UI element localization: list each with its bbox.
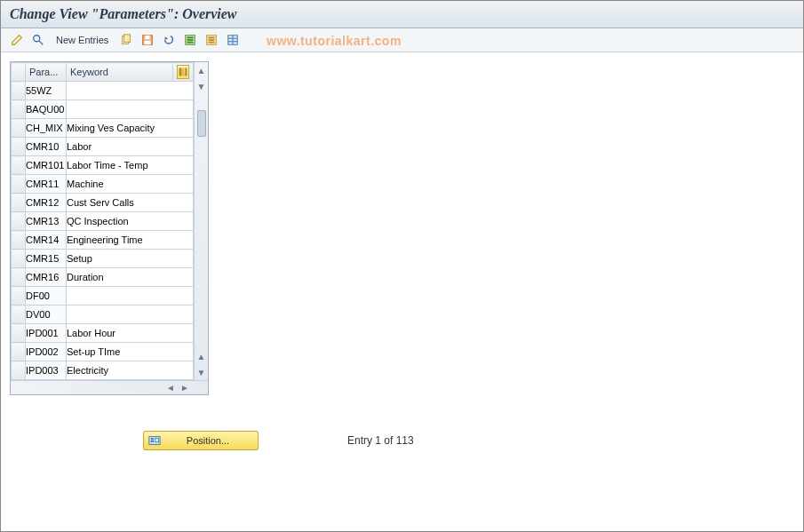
svg-line-1 [39, 41, 43, 44]
table-settings-icon[interactable] [224, 31, 242, 49]
table-row[interactable]: IPD001Labor Hour [12, 324, 194, 343]
scroll-down-step-icon[interactable]: ▼ [197, 78, 206, 94]
scroll-up-icon[interactable]: ▲ [197, 62, 206, 78]
cell-para[interactable]: IPD001 [26, 324, 67, 343]
row-selector[interactable] [12, 250, 26, 268]
scroll-right-icon[interactable]: ► [178, 383, 192, 393]
table-row[interactable]: IPD003Electricity [12, 361, 194, 380]
cell-para[interactable]: DV00 [26, 306, 67, 324]
row-selector[interactable] [12, 287, 26, 306]
cell-keyword[interactable]: Cust Serv Calls [67, 194, 194, 212]
select-all-icon[interactable] [181, 31, 199, 49]
column-header-keyword[interactable]: Keyword [67, 63, 173, 82]
cell-keyword[interactable]: Labor [67, 138, 194, 156]
row-selector[interactable] [12, 268, 26, 287]
scrollbar-thumb[interactable] [197, 110, 206, 137]
row-selector-header[interactable] [12, 63, 26, 82]
row-selector[interactable] [12, 306, 26, 324]
grid-table[interactable]: Para... Keyword 55WZBAQU00CH_MIXMixing V… [11, 62, 194, 380]
svg-rect-6 [145, 41, 151, 44]
toggle-display-change-icon[interactable] [8, 31, 26, 49]
scroll-left-icon[interactable]: ◄ [163, 383, 178, 393]
table-row[interactable]: DF00 [12, 287, 194, 306]
copy-icon[interactable] [117, 31, 135, 49]
svg-rect-22 [185, 68, 187, 76]
row-selector[interactable] [12, 324, 26, 343]
cell-para[interactable]: CMR14 [26, 231, 67, 250]
cell-keyword[interactable] [67, 82, 194, 100]
cell-para[interactable]: CMR11 [26, 175, 67, 194]
undo-icon[interactable] [160, 31, 178, 49]
cell-para[interactable]: DF00 [26, 287, 67, 306]
svg-rect-26 [155, 438, 159, 441]
cell-para[interactable]: IPD003 [26, 361, 67, 380]
cell-keyword[interactable] [67, 306, 194, 324]
table-row[interactable]: CMR16Duration [12, 268, 194, 287]
cell-para[interactable]: CH_MIX [26, 119, 67, 138]
row-selector[interactable] [12, 343, 26, 361]
row-selector[interactable] [12, 361, 26, 380]
svg-rect-25 [151, 441, 155, 442]
cell-keyword[interactable]: Setup [67, 250, 194, 268]
cell-keyword[interactable]: Mixing Ves Capacity [67, 119, 194, 138]
find-icon[interactable] [29, 31, 47, 49]
cell-keyword[interactable]: Set-up TIme [67, 343, 194, 361]
cell-para[interactable]: IPD002 [26, 343, 67, 361]
column-config-header[interactable] [173, 63, 194, 82]
table-row[interactable]: 55WZ [12, 82, 194, 100]
cell-keyword[interactable] [67, 287, 194, 306]
cell-keyword[interactable]: Labor Time - Temp [67, 156, 194, 175]
cell-keyword[interactable]: Engineering Time [67, 231, 194, 250]
cell-keyword[interactable]: QC Inspection [67, 212, 194, 231]
cell-para[interactable]: CMR16 [26, 268, 67, 287]
table-row[interactable]: BAQU00 [12, 100, 194, 119]
cell-para[interactable]: 55WZ [26, 82, 67, 100]
position-button[interactable]: Position... [143, 431, 259, 450]
cell-keyword[interactable]: Labor Hour [67, 324, 194, 343]
row-selector[interactable] [12, 175, 26, 194]
configure-columns-icon[interactable] [177, 65, 189, 79]
table-row[interactable]: CMR14Engineering Time [12, 231, 194, 250]
svg-rect-9 [187, 37, 194, 39]
table-row[interactable]: CMR13QC Inspection [12, 212, 194, 231]
save-icon[interactable] [139, 31, 156, 49]
cell-keyword[interactable]: Electricity [67, 361, 194, 380]
table-row[interactable]: CH_MIXMixing Ves Capacity [12, 119, 194, 138]
table-row[interactable]: CMR15Setup [12, 250, 194, 268]
cell-keyword[interactable] [67, 100, 194, 119]
table-row[interactable]: IPD002Set-up TIme [12, 343, 194, 361]
cell-para[interactable]: BAQU00 [26, 100, 67, 119]
row-selector[interactable] [12, 156, 26, 175]
cell-para[interactable]: CMR13 [26, 212, 67, 231]
row-selector[interactable] [12, 231, 26, 250]
cell-para[interactable]: CMR12 [26, 194, 67, 212]
cell-keyword[interactable]: Duration [67, 268, 194, 287]
cell-keyword[interactable]: Machine [67, 175, 194, 194]
table-row[interactable]: CMR12Cust Serv Calls [12, 194, 194, 212]
table-row[interactable]: DV00 [12, 306, 194, 324]
table-row[interactable]: CMR11Machine [12, 175, 194, 194]
row-selector[interactable] [12, 100, 26, 119]
svg-rect-11 [187, 42, 194, 44]
row-selector[interactable] [12, 212, 26, 231]
column-header-para[interactable]: Para... [26, 63, 67, 82]
deselect-all-icon[interactable] [203, 31, 220, 49]
vertical-scrollbar[interactable]: ▲ ▼ ▲ ▼ [194, 62, 208, 380]
row-selector[interactable] [12, 119, 26, 138]
svg-rect-13 [209, 37, 215, 39]
table-row[interactable]: CMR101Labor Time - Temp [12, 156, 194, 175]
scroll-down-icon[interactable]: ▼ [197, 364, 206, 380]
table-row[interactable]: CMR10Labor [12, 138, 194, 156]
svg-point-0 [34, 36, 40, 42]
horizontal-scrollbar[interactable]: ◄ ► [11, 380, 208, 394]
cell-para[interactable]: CMR15 [26, 250, 67, 268]
cell-para[interactable]: CMR10 [26, 138, 67, 156]
row-selector[interactable] [12, 82, 26, 100]
cell-para[interactable]: CMR101 [26, 156, 67, 175]
parameters-grid: Para... Keyword 55WZBAQU00CH_MIXMixing V… [10, 61, 209, 395]
row-selector[interactable] [12, 194, 26, 212]
row-selector[interactable] [12, 138, 26, 156]
scroll-up-bottom-icon[interactable]: ▲ [197, 348, 206, 364]
new-entries-button[interactable]: New Entries [51, 35, 114, 45]
svg-rect-24 [151, 438, 155, 440]
